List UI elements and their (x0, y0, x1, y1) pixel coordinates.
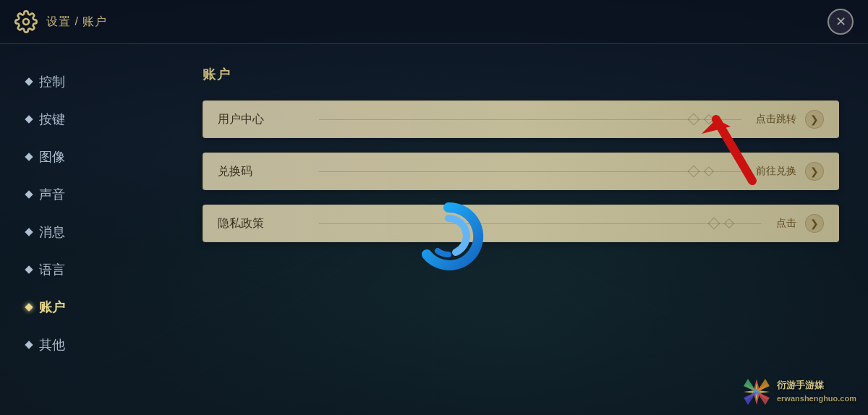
sidebar-item-account[interactable]: 账户 (14, 291, 159, 323)
sidebar-diamond-account (25, 303, 33, 311)
header-title: 设置 / 账户 (46, 14, 107, 30)
watermark-site: 衍游手游媒 (777, 380, 856, 392)
row-label-privacy-policy: 隐私政策 (218, 216, 305, 231)
sidebar-label-other: 其他 (39, 336, 65, 354)
row-divider-privacy-policy (319, 223, 762, 224)
sidebar-label-control: 控制 (39, 73, 65, 90)
watermark: 衍游手游媒 erwanshenghuo.com (742, 377, 856, 406)
row-label-user-center: 用户中心 (218, 112, 305, 127)
close-button[interactable]: ✕ (827, 9, 854, 35)
sidebar-diamond-other (25, 341, 33, 348)
sidebar-diamond-language (25, 265, 33, 273)
gear-icon (14, 10, 38, 33)
settings-row-privacy-policy[interactable]: 隐私政策点击❯ (203, 205, 839, 242)
sidebar-item-sound[interactable]: 声音 (14, 179, 159, 210)
sidebar-diamond-sound (25, 190, 33, 198)
section-title: 账户 (203, 66, 839, 83)
header-bar: 设置 / 账户 ✕ (0, 0, 868, 44)
sidebar-label-message: 消息 (39, 223, 65, 241)
sidebar-item-control[interactable]: 控制 (14, 66, 159, 98)
sidebar-label-language: 语言 (39, 261, 65, 278)
row-arrow-user-center[interactable]: ❯ (805, 110, 824, 129)
loading-spinner (412, 200, 485, 273)
row-divider-user-center (319, 119, 741, 120)
watermark-logo (742, 377, 771, 406)
row-action-privacy-policy: 点击 (776, 217, 796, 230)
sidebar-diamond-message (25, 228, 33, 236)
sidebar-label-account: 账户 (39, 299, 65, 316)
watermark-url: erwanshenghuo.com (777, 394, 856, 403)
sidebar-diamond-control (25, 77, 33, 85)
sidebar-item-keys[interactable]: 按键 (14, 103, 159, 135)
main-content: 账户 用户中心点击跳转❯兑换码前往兑换❯隐私政策点击❯ (174, 44, 868, 415)
sidebar-label-sound: 声音 (39, 186, 65, 203)
sidebar-item-other[interactable]: 其他 (14, 329, 159, 361)
sidebar-item-image[interactable]: 图像 (14, 141, 159, 173)
row-arrow-privacy-policy[interactable]: ❯ (805, 214, 824, 233)
svg-point-12 (23, 19, 29, 25)
sidebar-label-keys: 按键 (39, 111, 65, 128)
sidebar-diamond-image (25, 153, 33, 161)
watermark-text-container: 衍游手游媒 erwanshenghuo.com (777, 380, 856, 405)
sidebar-item-language[interactable]: 语言 (14, 254, 159, 286)
sidebar-item-message[interactable]: 消息 (14, 216, 159, 248)
row-divider-redeem-code (319, 171, 741, 172)
sidebar-diamond-keys (25, 115, 33, 123)
sidebar: 控制按键图像声音消息语言账户其他 (0, 44, 174, 415)
sidebar-label-image: 图像 (39, 148, 65, 166)
row-diamond-privacy-policy (708, 218, 720, 230)
row-label-redeem-code: 兑换码 (218, 164, 305, 179)
annotation-arrow (694, 101, 781, 188)
row-arrow-redeem-code[interactable]: ❯ (805, 162, 824, 181)
